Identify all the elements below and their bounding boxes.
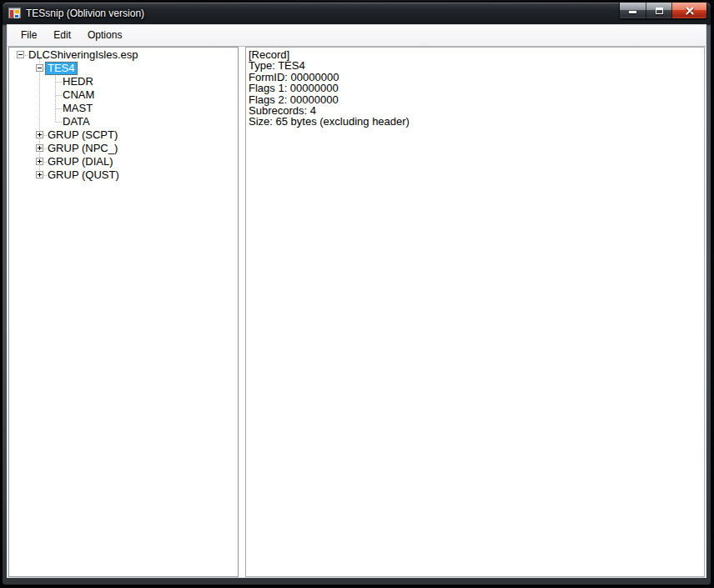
record-detail-line: FormID: 00000000 [249,72,701,83]
tree-item[interactable]: DATA [9,115,238,128]
tree-item-label[interactable]: GRUP (DIAL) [46,156,115,168]
collapse-minus-icon[interactable] [36,64,43,72]
record-detail-line: Size: 65 bytes (excluding header) [249,116,701,127]
tree-item-label[interactable]: HEDR [61,76,95,88]
maximize-button[interactable] [646,3,671,18]
tree-item-label[interactable]: MAST [61,103,94,114]
tree-item[interactable]: TES4 [9,62,238,75]
menu-bar: FileEditOptions [8,25,706,47]
record-detail-line: Flags 2: 00000000 [249,94,701,105]
tree-rows: DLCShiveringIsles.espTES4HEDRCNAMMASTDAT… [9,48,238,182]
tree-item-label[interactable]: DATA [61,116,92,128]
app-window: TESsnip (Oblivion version) FileEditOptio… [2,2,711,585]
tree-item[interactable]: GRUP (QUST) [9,168,238,182]
record-detail-line: Flags 1: 00000000 [249,83,701,93]
minimize-icon [629,11,636,13]
expand-plus-icon[interactable] [36,131,43,138]
minimize-button[interactable] [620,3,646,18]
tree-item-label[interactable]: CNAM [61,89,96,101]
expand-plus-icon[interactable] [36,158,43,165]
tree-item[interactable]: GRUP (SCPT) [9,128,238,142]
tree-item[interactable]: HEDR [9,75,238,88]
client-area: FileEditOptions DLCShiveringIsles.espTES… [8,25,706,577]
tree-item[interactable]: GRUP (NPC_) [9,142,238,155]
tree-item-label-selected[interactable]: TES4 [45,62,78,75]
record-details[interactable]: [Record]Type: TES4FormID: 00000000Flags … [245,47,705,577]
winforms-app-icon [8,7,22,20]
close-button[interactable] [671,3,706,18]
record-tree-panel[interactable]: DLCShiveringIsles.espTES4HEDRCNAMMASTDAT… [8,47,239,577]
expand-plus-icon[interactable] [36,171,43,178]
record-detail-line: [Record] [249,49,701,60]
menu-item-file[interactable]: File [13,25,45,46]
tree-item[interactable]: CNAM [9,88,238,102]
tree-item-label[interactable]: GRUP (NPC_) [46,143,119,154]
record-detail-line: Subrecords: 4 [249,105,701,116]
tree-item-label[interactable]: DLCShiveringIsles.esp [27,49,140,61]
menu-item-edit[interactable]: Edit [45,25,79,46]
close-icon [685,6,695,16]
tree-item-label[interactable]: GRUP (SCPT) [46,129,119,141]
menu-item-options[interactable]: Options [79,25,130,46]
maximize-icon [656,8,663,14]
title-bar[interactable]: TESsnip (Oblivion version) [3,3,711,25]
content-area: DLCShiveringIsles.espTES4HEDRCNAMMASTDAT… [8,47,706,577]
window-controls [619,3,707,19]
record-detail-line: Type: TES4 [249,60,701,71]
expand-plus-icon[interactable] [36,144,43,152]
tree-item-label[interactable]: GRUP (QUST) [46,169,121,181]
tree-item[interactable]: MAST [9,102,238,115]
tree-item[interactable]: DLCShiveringIsles.esp [9,48,238,62]
desktop: { "window": { "title": "TESsnip (Oblivio… [0,0,714,588]
collapse-minus-icon[interactable] [17,51,24,58]
tree-item[interactable]: GRUP (DIAL) [9,155,238,168]
window-title: TESsnip (Oblivion version) [26,8,144,19]
